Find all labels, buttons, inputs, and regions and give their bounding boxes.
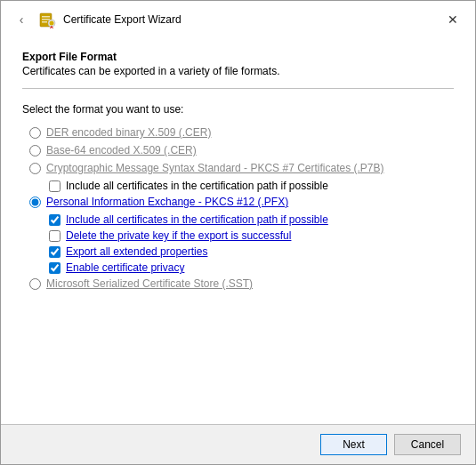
label-pkcs7-include[interactable]: Include all certificates in the certific… bbox=[66, 180, 328, 192]
certificate-export-wizard-dialog: ‹ Certificate Export Wizard ✕ Export Fil… bbox=[0, 0, 476, 465]
pfx-include-certs[interactable]: Include all certificates in the certific… bbox=[49, 213, 454, 226]
pkcs12-suboptions: Include all certificates in the certific… bbox=[29, 213, 454, 274]
section-title: Export File Format bbox=[22, 51, 454, 63]
dialog-content: Export File Format Certificates can be e… bbox=[1, 36, 475, 424]
option-pkcs7[interactable]: Cryptographic Message Syntax Standard - … bbox=[29, 162, 454, 174]
label-pkcs7[interactable]: Cryptographic Message Syntax Standard - … bbox=[46, 162, 384, 174]
dialog-title: Certificate Export Wizard bbox=[63, 13, 182, 26]
label-pkcs12[interactable]: Personal Information Exchange - PKCS #12… bbox=[46, 196, 288, 208]
label-pfx-privacy[interactable]: Enable certificate privacy bbox=[66, 261, 184, 274]
label-pfx-include[interactable]: Include all certificates in the certific… bbox=[66, 213, 328, 226]
radio-pkcs12[interactable] bbox=[29, 196, 41, 208]
svg-rect-3 bbox=[42, 21, 47, 23]
option-der[interactable]: DER encoded binary X.509 (.CER) bbox=[29, 126, 454, 139]
label-der[interactable]: DER encoded binary X.509 (.CER) bbox=[46, 126, 211, 139]
pfx-export-extended[interactable]: Export all extended properties bbox=[49, 245, 454, 258]
checkbox-pkcs7-include[interactable] bbox=[49, 180, 61, 192]
radio-base64[interactable] bbox=[29, 145, 41, 156]
prompt-text: Select the format you want to use: bbox=[22, 103, 454, 116]
section-description: Certificates can be exported in a variet… bbox=[22, 65, 454, 77]
cancel-button[interactable]: Cancel bbox=[394, 434, 461, 455]
format-options: DER encoded binary X.509 (.CER) Base-64 … bbox=[22, 126, 454, 295]
svg-point-5 bbox=[50, 21, 54, 26]
label-pfx-delete-key[interactable]: Delete the private key if the export is … bbox=[66, 229, 291, 242]
label-pfx-extended[interactable]: Export all extended properties bbox=[66, 245, 207, 258]
radio-der[interactable] bbox=[29, 127, 41, 139]
checkbox-pfx-include[interactable] bbox=[49, 214, 61, 226]
label-sst[interactable]: Microsoft Serialized Certificate Store (… bbox=[46, 277, 253, 290]
pfx-delete-key[interactable]: Delete the private key if the export is … bbox=[49, 229, 454, 242]
close-button[interactable]: ✕ bbox=[441, 8, 464, 31]
checkbox-pfx-privacy[interactable] bbox=[49, 262, 61, 274]
svg-rect-1 bbox=[42, 16, 50, 18]
checkbox-pfx-delete-key[interactable] bbox=[49, 230, 61, 242]
pfx-enable-privacy[interactable]: Enable certificate privacy bbox=[49, 261, 454, 274]
checkbox-pfx-extended[interactable] bbox=[49, 246, 61, 258]
title-bar: ‹ Certificate Export Wizard ✕ bbox=[1, 1, 475, 36]
label-base64[interactable]: Base-64 encoded X.509 (.CER) bbox=[46, 144, 197, 156]
pkcs7-include-certs[interactable]: Include all certificates in the certific… bbox=[49, 180, 454, 192]
wizard-icon bbox=[38, 11, 56, 28]
divider bbox=[22, 88, 454, 89]
radio-sst[interactable] bbox=[29, 278, 41, 290]
option-pkcs12[interactable]: Personal Information Exchange - PKCS #12… bbox=[29, 196, 454, 208]
dialog-footer: Next Cancel bbox=[1, 424, 475, 464]
option-base64[interactable]: Base-64 encoded X.509 (.CER) bbox=[29, 144, 454, 156]
pkcs7-suboptions: Include all certificates in the certific… bbox=[29, 180, 454, 192]
radio-pkcs7[interactable] bbox=[29, 163, 41, 174]
svg-rect-2 bbox=[42, 19, 50, 20]
next-button[interactable]: Next bbox=[320, 434, 387, 455]
option-sst[interactable]: Microsoft Serialized Certificate Store (… bbox=[29, 277, 454, 290]
back-button[interactable]: ‹ bbox=[12, 10, 31, 29]
title-left: ‹ Certificate Export Wizard bbox=[12, 10, 182, 29]
